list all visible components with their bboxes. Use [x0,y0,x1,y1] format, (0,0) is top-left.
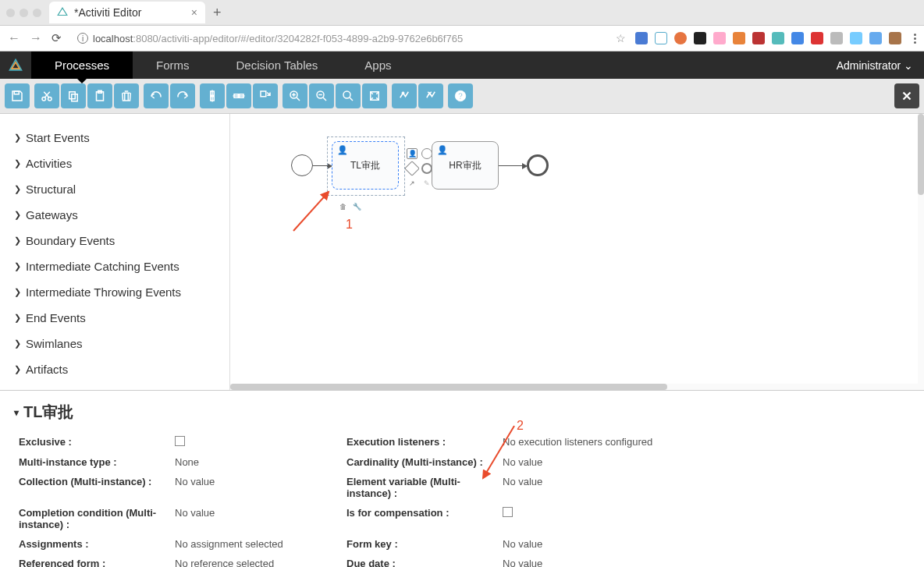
quick-trash-icon[interactable]: 🗑 [337,201,348,212]
new-tab-icon[interactable]: + [213,5,222,21]
prop-label: Referenced form : [19,554,175,567]
prop-label: Multi-instance type : [19,452,175,472]
palette-group-swimlanes[interactable]: Swimlanes [8,331,222,356]
ext-icon[interactable] [752,32,765,44]
palette-group-intermediate-throwing[interactable]: Intermediate Throwing Events [8,279,222,305]
delete-button[interactable] [114,83,139,108]
start-event-node[interactable] [291,154,313,176]
tab-decision-tables[interactable]: Decision Tables [213,51,342,79]
ext-icon[interactable] [772,32,784,44]
quick-end-icon[interactable] [421,163,432,174]
kebab-menu-icon[interactable] [914,34,916,44]
ext-icon[interactable] [850,32,862,44]
annotation-arrow-1 [290,188,336,235]
user-menu[interactable]: Administrator ⌄ [826,59,924,72]
svg-rect-3 [14,91,19,94]
prop-value-compensation[interactable] [503,503,705,534]
prop-label: Exclusive : [19,432,175,452]
quick-wrench-icon[interactable]: 🔧 [351,201,362,212]
ext-icon[interactable] [791,32,804,44]
bpmn-canvas[interactable]: 👤 TL审批 👤 ✕ ➔ ↗ ✎ 🗑 🔧 👤 [230,114,924,390]
save-button[interactable] [5,83,30,108]
prop-value[interactable]: No value [503,554,705,567]
remove-bendpoint-button[interactable] [418,83,443,108]
align-horizontal-button[interactable] [226,83,251,108]
user-task-hr[interactable]: 👤 HR审批 [432,141,499,190]
back-button[interactable]: ← [8,31,20,45]
palette-group-structural[interactable]: Structural [8,176,222,202]
star-icon[interactable]: ☆ [616,32,626,44]
add-bendpoint-button[interactable] [392,83,417,108]
prop-value[interactable]: No value [175,472,346,503]
quick-event-icon[interactable] [421,148,432,159]
palette-group-gateways[interactable]: Gateways [8,202,222,228]
tab-apps[interactable]: Apps [341,51,414,79]
ext-icon[interactable] [830,32,843,44]
close-tab-icon[interactable]: × [191,6,197,19]
ext-icon[interactable] [869,32,882,44]
prop-value[interactable]: No value [503,452,705,472]
prop-value[interactable]: No reference selected [175,554,346,567]
cut-button[interactable] [34,83,59,108]
ext-icon[interactable] [635,32,648,44]
prop-label: Is for compensation : [346,503,503,534]
reload-button[interactable]: ⟳ [52,31,62,45]
ext-icon[interactable] [694,32,706,44]
address-bar[interactable]: i localhost:8080/activiti-app/editor/#/e… [71,30,606,48]
help-button[interactable]: ? [448,83,473,108]
palette-group-end-events[interactable]: End Events [8,305,222,331]
sequence-flow[interactable] [499,165,527,166]
quick-arrow-icon[interactable]: ↗ [407,178,418,189]
avatar-icon[interactable] [889,32,901,44]
tab-forms[interactable]: Forms [133,51,213,79]
forward-button[interactable]: → [30,31,42,45]
checkbox-icon[interactable] [175,436,185,446]
zoom-out-button[interactable] [309,83,334,108]
ext-icon[interactable] [733,32,745,44]
ext-icon[interactable] [655,32,667,44]
close-editor-button[interactable] [894,83,919,108]
palette-group-activities[interactable]: Activities [8,151,222,176]
same-size-button[interactable] [253,83,278,108]
prop-value[interactable]: None [175,452,346,472]
properties-title[interactable]: TL审批 [0,397,924,427]
zoom-reset-button[interactable] [336,83,361,108]
quick-user-task-icon[interactable]: 👤 [407,148,418,159]
ext-icon[interactable] [674,32,687,44]
quick-gateway-icon[interactable] [404,161,420,176]
paste-button[interactable] [87,83,112,108]
copy-button[interactable] [61,83,86,108]
horizontal-scrollbar[interactable] [230,384,924,390]
end-event-node[interactable] [527,154,549,176]
align-vertical-button[interactable] [200,83,225,108]
prop-value[interactable]: No execution listeners configured [503,432,705,452]
palette-group-intermediate-catching[interactable]: Intermediate Catching Events [8,253,222,279]
undo-button[interactable] [144,83,169,108]
prop-value-exclusive[interactable] [175,432,346,452]
vertical-scrollbar[interactable] [918,114,924,384]
ext-icon[interactable] [713,32,726,44]
site-info-icon[interactable]: i [77,33,88,44]
user-task-tl[interactable]: 👤 TL审批 [332,141,399,190]
palette-group-boundary-events[interactable]: Boundary Events [8,228,222,253]
checkbox-icon[interactable] [503,507,513,517]
url-host: localhost:8080/activiti-app/editor/#/edi… [93,33,463,44]
palette-group-start-events[interactable]: Start Events [8,125,222,151]
prop-value[interactable]: No value [503,534,705,554]
zoom-in-button[interactable] [283,83,307,108]
prop-value[interactable]: No value [503,472,705,503]
redo-button[interactable] [170,83,195,108]
svg-text:?: ? [458,91,463,101]
prop-value-assignments[interactable]: No assignment selected [175,534,346,554]
browser-tab[interactable]: *Activiti Editor × [49,2,205,23]
quick-edit-icon[interactable]: ✎ [421,178,432,189]
prop-value[interactable]: No value [175,503,346,534]
app-logo[interactable] [0,58,31,73]
palette-group-artifacts[interactable]: Artifacts [8,356,222,382]
editor-main: Start Events Activities Structural Gatew… [0,114,924,391]
ext-icon[interactable] [811,32,823,44]
activiti-icon [57,7,68,18]
prop-label: Form key : [346,534,503,554]
zoom-fit-button[interactable] [362,83,387,108]
tab-processes[interactable]: Processes [31,51,133,79]
